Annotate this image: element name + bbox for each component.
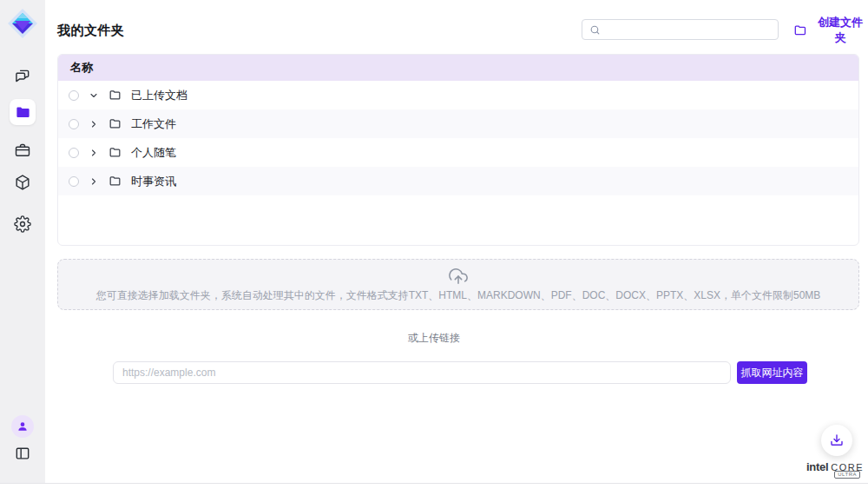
sidebar-collapse-toggle[interactable] <box>10 440 36 466</box>
person-icon <box>16 420 29 433</box>
sidebar-item-chat[interactable] <box>10 63 36 89</box>
search-input[interactable] <box>606 23 778 36</box>
create-folder-label: 创建文件夹 <box>812 15 868 46</box>
cube-icon <box>14 174 31 191</box>
chat-icon <box>14 68 31 85</box>
chevron-right-icon[interactable] <box>89 119 99 129</box>
folder-plus-icon <box>793 23 807 37</box>
or-upload-link-label: 或上传链接 <box>0 331 868 346</box>
folder-icon <box>108 117 122 130</box>
page-title: 我的文件夹 <box>57 23 125 39</box>
table-row[interactable]: 时事资讯 <box>58 167 858 195</box>
intel-wordmark: intel <box>806 460 828 473</box>
row-checkbox[interactable] <box>69 148 79 158</box>
intel-core-ultra-logo: intelcore ultra <box>806 459 860 479</box>
app-logo-icon <box>7 8 38 39</box>
sidebar <box>0 0 45 483</box>
cloud-upload-icon <box>449 267 468 286</box>
chevron-right-icon[interactable] <box>89 148 99 158</box>
table-row[interactable]: 已上传文档 <box>58 81 858 109</box>
sidebar-item-folders[interactable] <box>10 99 36 125</box>
row-checkbox[interactable] <box>69 119 79 129</box>
row-checkbox[interactable] <box>69 176 79 187</box>
folder-filled-icon <box>15 104 31 121</box>
url-input[interactable] <box>113 361 731 384</box>
folder-icon <box>108 146 122 159</box>
table-row[interactable]: 个人随笔 <box>58 138 858 167</box>
table-row[interactable]: 工作文件 <box>58 109 858 138</box>
window-bottom-edge <box>0 483 868 489</box>
search-box[interactable] <box>582 19 779 40</box>
create-folder-button[interactable]: 创建文件夹 <box>793 23 868 38</box>
folder-name[interactable]: 工作文件 <box>131 116 176 132</box>
download-icon <box>829 433 845 448</box>
chevron-right-icon[interactable] <box>89 176 99 187</box>
folder-icon <box>108 89 122 102</box>
upload-description: 您可直接选择加载文件夹，系统自动处理其中的文件，文件格式支持TXT、HTML、M… <box>96 288 821 303</box>
folder-table: 名称 已上传文档 工作文件 个人随笔 <box>57 54 859 246</box>
folder-name[interactable]: 时事资讯 <box>131 174 176 189</box>
avatar <box>11 415 34 438</box>
gear-icon <box>14 215 31 233</box>
name-column-header: 名称 <box>70 60 93 76</box>
ultra-badge: ultra <box>834 471 860 479</box>
sidebar-user-avatar[interactable] <box>10 413 36 439</box>
panel-layout-icon <box>14 445 31 462</box>
chevron-down-icon[interactable] <box>89 90 99 101</box>
sidebar-item-settings[interactable] <box>10 211 36 237</box>
search-icon <box>589 24 601 36</box>
upload-dropzone[interactable]: 您可直接选择加载文件夹，系统自动处理其中的文件，文件格式支持TXT、HTML、M… <box>57 259 859 310</box>
table-header-row: 名称 <box>58 55 858 81</box>
row-checkbox[interactable] <box>69 90 79 101</box>
sidebar-item-apps[interactable] <box>10 169 36 195</box>
folder-name[interactable]: 已上传文档 <box>131 88 187 103</box>
sidebar-item-workspace[interactable] <box>10 137 36 163</box>
folder-icon <box>108 175 122 188</box>
folder-name[interactable]: 个人随笔 <box>131 145 176 161</box>
fetch-url-button[interactable]: 抓取网址内容 <box>737 361 807 384</box>
briefcase-icon <box>14 142 31 159</box>
download-fab-button[interactable] <box>821 425 852 456</box>
